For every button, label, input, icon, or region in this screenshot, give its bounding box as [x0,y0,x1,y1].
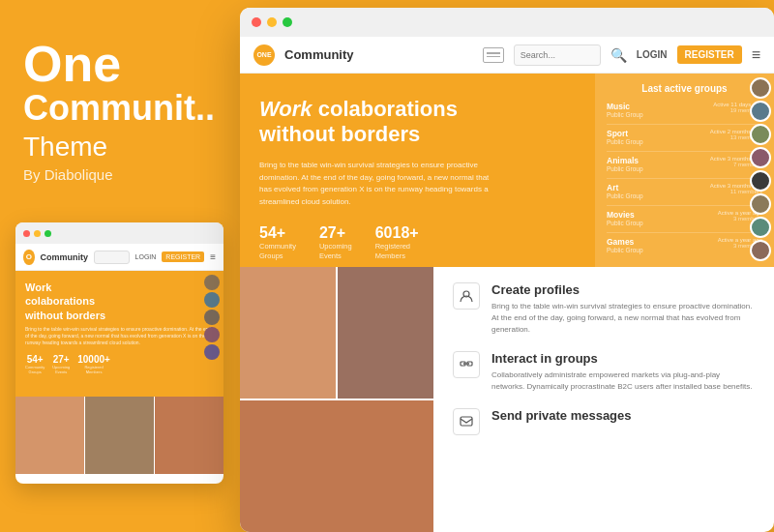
mini-avatar-1 [204,275,220,290]
photo-tile-2 [338,267,433,399]
photo-tile-3 [240,400,433,532]
photo-tile-1 [240,267,336,399]
avatars-sidebar [747,74,774,267]
mini-avatar-5 [204,344,220,360]
avatar-8 [750,240,771,261]
dot-yellow [267,17,277,27]
group-name-games: Games [607,237,643,247]
hero-stat-num-1: 54+ [259,224,296,242]
group-divider-5 [607,232,762,233]
group-type-animals: Public Group [607,165,643,172]
interact-groups-icon [453,351,480,378]
hero-stat-2: 27+ UpcomingEvents [319,224,352,261]
group-divider-3 [607,178,762,179]
feature-send-messages: Send private messages [453,408,755,435]
mini-avatar-3 [204,310,220,325]
bottom-photos [240,267,433,532]
feature-text-groups: Collaboratively administrate empowered m… [491,369,755,393]
svg-rect-3 [461,417,472,426]
feature-create-profiles: Create profiles Bring to the table win-w… [453,282,755,336]
group-type-movies: Public Group [607,220,643,226]
bottom-section: Create profiles Bring to the table win-w… [240,267,774,532]
hero-heading: Work colaborationswithout borders [259,97,576,148]
nav-logo: ONE [253,44,275,66]
group-left-animals: Animals Public Group [607,156,643,172]
send-messages-icon [453,408,480,435]
mini-stat-num-2: 27+ [52,354,70,365]
feature-text-profiles: Bring to the table win-win survival stra… [491,301,755,336]
mini-login: LOGIN [135,253,157,260]
mini-photos [15,397,223,474]
group-type-music: Public Group [607,111,643,118]
mini-photo-1 [15,397,84,474]
feature-content-profiles: Create profiles Bring to the table win-w… [491,282,755,336]
create-profiles-icon [453,282,480,310]
dot-green [283,17,292,27]
nav-search-icon[interactable]: 🔍 [610,47,627,63]
avatar-2 [750,101,771,122]
hero-stat-1: 54+ CommunityGroups [259,224,296,261]
nav-rect-line-1 [487,52,500,54]
feature-interact-groups: Interact in groups Collaboratively admin… [453,351,755,393]
group-left-art: Art Public Group [607,183,643,199]
hero-body-text: Bring to the table win-win survival stra… [259,160,501,209]
mini-hamburger-icon: ≡ [210,251,216,262]
mini-dot-red [23,230,30,237]
nav-search-input[interactable] [514,44,601,66]
group-item-animals: Animals Public Group Active 3 months ago… [607,156,762,172]
group-divider-2 [607,151,762,152]
mini-stat-label-1: CommunityGroups [25,365,45,374]
group-row-sport: Sport Public Group Active 2 months ago 1… [607,129,762,145]
nav-register-button[interactable]: REGISTER [677,45,742,64]
mini-logo: O [23,250,35,265]
mini-register: REGISTER [162,251,204,262]
avatar-3 [750,124,771,145]
group-name-music: Music [607,102,643,111]
browser-bar [240,8,774,37]
group-divider-4 [607,205,762,206]
group-left-movies: Movies Public Group [607,210,643,226]
hero-content: Work colaborationswithout borders Bring … [240,74,595,267]
hero-stats: 54+ CommunityGroups 27+ UpcomingEvents 6… [259,224,576,261]
nav-grid-icon[interactable] [483,47,504,63]
feature-content-messages: Send private messages [491,408,632,427]
mini-hero: Workcolaborationswithout borders Bring t… [15,271,223,397]
mini-avatar-4 [204,327,220,342]
mini-stat-label-3: RegisteredMembers [77,365,110,374]
mini-avatars [200,271,223,364]
dot-red [252,17,261,27]
group-row-art: Art Public Group Active 3 months ago 11 … [607,183,762,199]
title-one: One [23,39,214,89]
hero-stat-label-2: UpcomingEvents [319,242,352,261]
nav-login-button[interactable]: LOGIN [637,49,668,60]
mini-stat-label-2: UpcomingEvents [52,365,70,374]
group-name-movies: Movies [607,210,643,220]
title-community: Communit.. [23,89,214,128]
avatar-5 [750,170,771,192]
feature-title-groups: Interact in groups [491,351,755,366]
mini-browser-mockup: O Community LOGIN REGISTER ≡ Workcolabor… [15,222,223,484]
group-type-games: Public Group [607,247,643,253]
group-row-animals: Animals Public Group Active 3 months ago… [607,156,762,172]
groups-title: Last active groups [607,83,762,94]
mini-stat-1: 54+ CommunityGroups [25,354,45,374]
avatar-4 [750,147,771,168]
mini-stat-2: 27+ UpcomingEvents [52,354,70,374]
nav-hamburger-icon[interactable]: ≡ [752,46,760,64]
group-item-sport: Sport Public Group Active 2 months ago 1… [607,129,762,145]
group-row-games: Games Public Group Active a year ago 3 m… [607,237,762,253]
mini-dot-green [45,230,51,237]
mini-hero-text: Bring to the table win-win survival stra… [25,326,214,346]
mini-hero-heading: Workcolaborationswithout borders [25,281,214,322]
mini-dot-yellow [34,230,41,237]
hero-heading-bold: Work [259,97,313,121]
title-by: By Diabolique [23,166,214,183]
mini-avatar-2 [204,292,220,308]
main-nav: ONE Community 🔍 LOGIN REGISTER ≡ [240,37,774,74]
hero-stat-3: 6018+ RegisteredMembers [375,224,419,261]
mini-stat-3: 10000+ RegisteredMembers [77,354,110,374]
hero-stat-label-3: RegisteredMembers [375,242,419,261]
mini-browser-bar [15,222,223,244]
mini-nav: O Community LOGIN REGISTER ≡ [15,244,223,271]
group-item-games: Games Public Group Active a year ago 3 m… [607,237,762,253]
